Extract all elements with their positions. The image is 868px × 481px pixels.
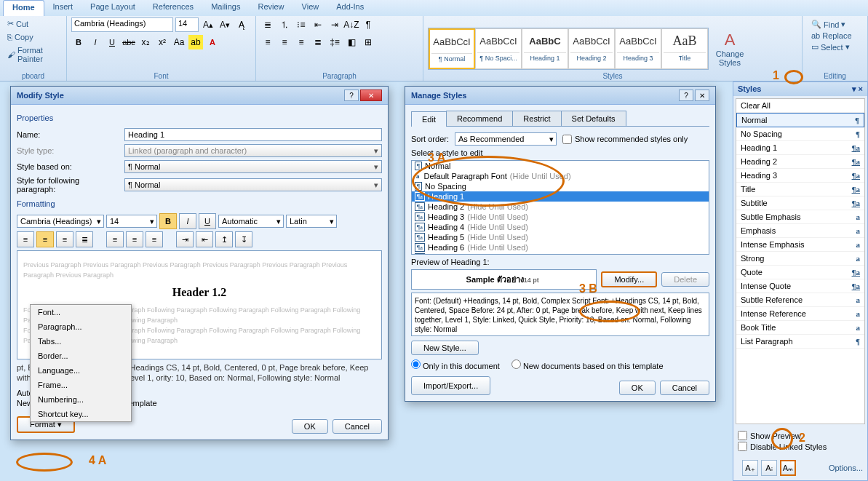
borders-button[interactable]: ⊞ (361, 35, 375, 49)
sort-button[interactable]: A↓Z (344, 17, 359, 32)
sp-strong[interactable]: Stronga (736, 252, 864, 266)
para-before-toggle[interactable]: ↥ (215, 231, 233, 247)
follow-select[interactable]: ¶ Normal (124, 178, 382, 191)
sp-heading-1[interactable]: Heading 1¶a (736, 141, 864, 155)
ms-help-button[interactable]: ? (679, 90, 693, 101)
cancel-button[interactable]: Cancel (333, 419, 382, 434)
sp-normal[interactable]: Normal¶ (736, 113, 864, 127)
shrink-font-icon[interactable]: A▾ (218, 17, 232, 32)
find-button[interactable]: 🔍Find ▾ (808, 19, 861, 30)
align-center-button[interactable]: ≡ (277, 35, 292, 49)
line-spacing-button[interactable]: ‡≡ (327, 35, 342, 49)
modify-button[interactable]: Modify... (601, 271, 657, 287)
new-style-icon[interactable]: A₊ (742, 460, 758, 476)
sl-heading-2[interactable]: ¶aHeading 2 (Hide Until Used) (412, 202, 709, 212)
tab-references[interactable]: References (144, 0, 202, 16)
close-button[interactable]: ✕ (360, 90, 382, 101)
style-title[interactable]: AaBTitle (661, 28, 708, 69)
grow-font-icon[interactable]: A▴ (201, 17, 215, 32)
sp-heading-2[interactable]: Heading 2¶a (736, 155, 864, 169)
menu-tabs[interactable]: Tabs... (31, 334, 131, 349)
ms-tab-restrict[interactable]: Restrict (512, 111, 561, 126)
align-right-toggle[interactable]: ≡ (56, 231, 73, 247)
sp-dropdown-icon[interactable]: ▾ (852, 84, 856, 93)
menu-border[interactable]: Border... (31, 349, 131, 363)
fmt-underline-button[interactable]: U (199, 213, 216, 229)
ms-tab-defaults[interactable]: Set Defaults (561, 111, 626, 126)
manage-styles-icon[interactable]: Aₘ (780, 460, 796, 476)
subscript-button[interactable]: x₂ (138, 35, 153, 49)
change-case-button[interactable]: Aa (172, 35, 186, 49)
copy-button[interactable]: ⎘Copy (4, 31, 62, 43)
sp-title[interactable]: Title¶a (736, 183, 864, 196)
based-select[interactable]: ¶ Normal (124, 160, 382, 173)
style-list[interactable]: ¶Normal aDefault Paragraph Font (Hide Un… (411, 160, 709, 255)
sl-heading-7[interactable]: ¶aHeading 7 (Hide Until Used) (412, 253, 709, 255)
align-left-button[interactable]: ≡ (260, 35, 275, 49)
cut-button[interactable]: ✂Cut (4, 17, 62, 30)
sl-default-font[interactable]: aDefault Paragraph Font (Hide Until Used… (412, 171, 709, 181)
sl-heading-6[interactable]: ¶aHeading 6 (Hide Until Used) (412, 242, 709, 253)
fmt-italic-button[interactable]: I (179, 213, 196, 229)
italic-button[interactable]: I (88, 35, 103, 49)
multilevel-button[interactable]: ⁝≡ (294, 17, 308, 32)
ok-button[interactable]: OK (292, 419, 328, 434)
select-button[interactable]: ▭Select ▾ (808, 41, 861, 52)
font-color-button[interactable]: A (205, 35, 220, 49)
style-inspector-icon[interactable]: Aᵢ (761, 460, 777, 476)
radio-only-doc[interactable]: Only in this document (411, 359, 500, 370)
spacing-1-toggle[interactable]: ≡ (106, 231, 124, 247)
radio-new-docs[interactable]: New documents based on this template (511, 359, 664, 370)
sort-select[interactable]: As Recommended (455, 132, 557, 146)
help-button[interactable]: ? (344, 90, 359, 101)
underline-button[interactable]: U (105, 35, 119, 49)
strike-button[interactable]: abc (122, 35, 136, 49)
styles-gallery[interactable]: AaBbCcI¶ Normal AaBbCcI¶ No Spaci... AaB… (428, 28, 709, 70)
sl-heading-3[interactable]: ¶aHeading 3 (Hide Until Used) (412, 212, 709, 222)
sp-heading-3[interactable]: Heading 3¶a (736, 169, 864, 183)
bullets-button[interactable]: ≣ (260, 17, 275, 32)
superscript-button[interactable]: x² (155, 35, 170, 49)
ms-ok-button[interactable]: OK (619, 381, 656, 395)
menu-language[interactable]: Language... (31, 363, 131, 378)
show-preview-check[interactable]: Show Preview (738, 431, 863, 440)
sp-book-title[interactable]: Book Titlea (736, 321, 864, 335)
sp-list[interactable]: Clear All Normal¶ No Spacing¶ Heading 1¶… (736, 98, 865, 424)
numbering-button[interactable]: ⒈ (277, 17, 292, 32)
sp-subtitle[interactable]: Subtitle¶a (736, 196, 864, 210)
sp-emphasis[interactable]: Emphasisa (736, 224, 864, 238)
sl-heading-4[interactable]: ¶aHeading 4 (Hide Until Used) (412, 222, 709, 232)
font-family-select[interactable]: Cambria (Headings) (71, 17, 173, 32)
sl-heading-5[interactable]: ¶aHeading 5 (Hide Until Used) (412, 232, 709, 242)
menu-numbering[interactable]: Numbering... (31, 392, 131, 407)
tab-insert[interactable]: Insert (44, 0, 82, 16)
fmt-bold-button[interactable]: B (159, 213, 177, 229)
format-painter-button[interactable]: 🖌Format Painter (4, 44, 62, 65)
ms-tab-recommend[interactable]: Recommend (446, 111, 513, 126)
style-heading-2[interactable]: AaBbCcIHeading 2 (568, 28, 615, 69)
sp-intense-emph[interactable]: Intense Emphasisa (736, 238, 864, 252)
options-link[interactable]: Options... (829, 464, 863, 472)
import-export-button[interactable]: Import/Export... (411, 376, 490, 395)
sp-subtle-ref[interactable]: Subtle Referencea (736, 293, 864, 307)
tab-view[interactable]: View (293, 0, 328, 16)
fmt-script-select[interactable]: Latin (286, 215, 337, 228)
ms-close-button[interactable]: ✕ (695, 90, 709, 101)
sl-normal[interactable]: ¶Normal (412, 161, 709, 171)
menu-shortcut[interactable]: Shortcut key... (31, 407, 131, 421)
show-rec-check[interactable]: Show recommended styles only (562, 135, 688, 144)
highlight-button[interactable]: ab (188, 35, 203, 49)
tab-review[interactable]: Review (249, 0, 292, 16)
style-heading-1[interactable]: AaBbCHeading 1 (522, 28, 568, 69)
style-heading-3[interactable]: AaBbCcIHeading 3 (615, 28, 661, 69)
tab-mailings[interactable]: Mailings (202, 0, 249, 16)
sp-list-para[interactable]: List Paragraph¶ (736, 335, 864, 349)
sp-no-spacing[interactable]: No Spacing¶ (736, 127, 864, 141)
tab-addins[interactable]: Add-Ins (327, 0, 373, 16)
sp-quote[interactable]: Quote¶a (736, 266, 864, 279)
clear-formatting-icon[interactable]: Ą (234, 17, 249, 32)
spacing-2-toggle[interactable]: ≡ (126, 231, 143, 247)
style-normal[interactable]: AaBbCcI¶ Normal (429, 28, 475, 69)
show-marks-button[interactable]: ¶ (361, 17, 375, 32)
justify-button[interactable]: ≣ (311, 35, 325, 49)
